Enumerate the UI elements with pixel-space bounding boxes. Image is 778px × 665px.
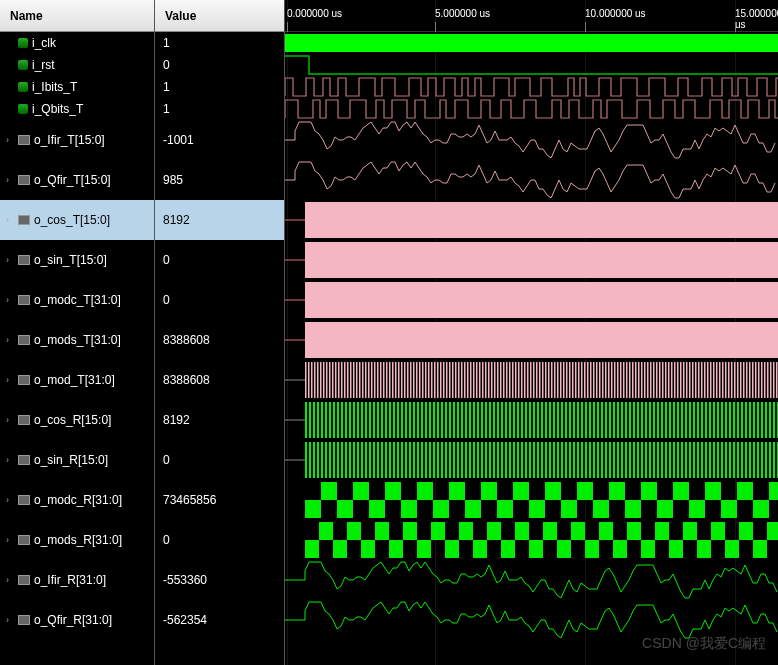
waveform-row[interactable]	[285, 160, 778, 200]
svg-rect-358	[581, 442, 583, 478]
waveform-row[interactable]	[285, 560, 778, 600]
waveform-row[interactable]	[285, 98, 778, 120]
expand-icon[interactable]: ›	[6, 455, 18, 465]
expand-icon[interactable]: ›	[6, 375, 18, 385]
expand-icon[interactable]: ›	[6, 215, 18, 225]
svg-rect-280	[749, 402, 751, 438]
expand-icon[interactable]: ›	[6, 175, 18, 185]
waveform-row[interactable]	[285, 54, 778, 76]
waveform-row[interactable]	[285, 520, 778, 560]
waveform-area[interactable]	[285, 32, 778, 640]
svg-rect-384	[685, 442, 687, 478]
name-header[interactable]: Name	[0, 0, 154, 32]
signal-row[interactable]: ›o_mod_T[31:0]	[0, 360, 154, 400]
expand-icon[interactable]: ›	[6, 415, 18, 425]
waveform-row[interactable]	[285, 200, 778, 240]
svg-rect-16	[323, 362, 325, 398]
svg-rect-463	[655, 522, 669, 540]
waveform-row[interactable]	[285, 320, 778, 360]
signal-row[interactable]: ›o_Ifir_T[15:0]	[0, 120, 154, 160]
svg-rect-406	[773, 442, 775, 478]
svg-rect-137	[686, 362, 688, 398]
time-ruler[interactable]: 0.000000 us 5.000000 us 10.000000 us 15.…	[285, 0, 778, 32]
svg-rect-354	[565, 442, 567, 478]
svg-rect-36	[383, 362, 385, 398]
signal-row[interactable]: ›o_cos_R[15:0]	[0, 400, 154, 440]
svg-rect-469	[739, 522, 753, 540]
svg-rect-419	[481, 482, 497, 500]
svg-rect-245	[609, 402, 611, 438]
signal-value: 1	[155, 32, 284, 54]
bus-icon	[18, 135, 30, 145]
svg-rect-204	[445, 402, 447, 438]
svg-rect-128	[659, 362, 661, 398]
svg-rect-284	[765, 402, 767, 438]
value-header[interactable]: Value	[155, 0, 284, 32]
svg-rect-400	[749, 442, 751, 478]
svg-rect-52	[431, 362, 433, 398]
signal-row[interactable]: i_Qbits_T	[0, 98, 154, 120]
svg-rect-58	[449, 362, 451, 398]
svg-rect-32	[371, 362, 373, 398]
svg-rect-397	[737, 442, 739, 478]
svg-rect-420	[497, 500, 513, 518]
svg-rect-102	[581, 362, 583, 398]
waveform-row[interactable]	[285, 280, 778, 320]
expand-icon[interactable]: ›	[6, 535, 18, 545]
svg-rect-223	[521, 402, 523, 438]
expand-icon[interactable]: ›	[6, 135, 18, 145]
waveform-row[interactable]	[285, 76, 778, 98]
svg-rect-329	[465, 442, 467, 478]
svg-rect-411	[353, 482, 369, 500]
waveform-column[interactable]: 0.000000 us 5.000000 us 10.000000 us 15.…	[285, 0, 778, 665]
svg-rect-379	[665, 442, 667, 478]
svg-rect-130	[665, 362, 667, 398]
signal-row[interactable]: ›o_modc_T[31:0]	[0, 280, 154, 320]
svg-rect-377	[657, 442, 659, 478]
svg-rect-347	[537, 442, 539, 478]
waveform-row[interactable]	[285, 120, 778, 160]
signal-row[interactable]: i_clk	[0, 32, 154, 54]
expand-icon[interactable]: ›	[6, 615, 18, 625]
svg-rect-417	[449, 482, 465, 500]
svg-rect-209	[465, 402, 467, 438]
svg-rect-56	[443, 362, 445, 398]
signal-row[interactable]: ›o_Qfir_R[31:0]	[0, 600, 154, 640]
svg-rect-120	[635, 362, 637, 398]
signal-row[interactable]: i_rst	[0, 54, 154, 76]
signal-row[interactable]: ›o_modc_R[31:0]	[0, 480, 154, 520]
signal-row[interactable]: ›o_Qfir_T[15:0]	[0, 160, 154, 200]
signal-row[interactable]: i_Ibits_T	[0, 76, 154, 98]
signal-row[interactable]: ›o_sin_R[15:0]	[0, 440, 154, 480]
expand-icon[interactable]: ›	[6, 575, 18, 585]
svg-rect-63	[464, 362, 466, 398]
svg-rect-74	[497, 362, 499, 398]
svg-rect-185	[369, 402, 371, 438]
svg-rect-426	[593, 500, 609, 518]
waveform-row[interactable]	[285, 600, 778, 640]
svg-rect-320	[429, 442, 431, 478]
signal-row[interactable]: ›o_sin_T[15:0]	[0, 240, 154, 280]
svg-rect-138	[689, 362, 691, 398]
expand-icon[interactable]: ›	[6, 495, 18, 505]
svg-rect-303	[361, 442, 363, 478]
signal-value: 1	[155, 76, 284, 98]
waveform-row[interactable]	[285, 360, 778, 400]
signal-name: o_modc_R[31:0]	[34, 493, 122, 507]
expand-icon[interactable]: ›	[6, 335, 18, 345]
signal-row[interactable]: ›o_cos_T[15:0]	[0, 200, 154, 240]
svg-rect-382	[677, 442, 679, 478]
waveform-row[interactable]	[285, 400, 778, 440]
signal-row[interactable]: ›o_Ifir_R[31:0]	[0, 560, 154, 600]
waveform-row[interactable]	[285, 32, 778, 54]
svg-rect-240	[589, 402, 591, 438]
signal-row[interactable]: ›o_mods_T[31:0]	[0, 320, 154, 360]
svg-rect-248	[621, 402, 623, 438]
expand-icon[interactable]: ›	[6, 295, 18, 305]
expand-icon[interactable]: ›	[6, 255, 18, 265]
waveform-row[interactable]	[285, 440, 778, 480]
signal-row[interactable]: ›o_mods_R[31:0]	[0, 520, 154, 560]
bus-icon	[18, 495, 30, 505]
waveform-row[interactable]	[285, 240, 778, 280]
waveform-row[interactable]	[285, 480, 778, 520]
